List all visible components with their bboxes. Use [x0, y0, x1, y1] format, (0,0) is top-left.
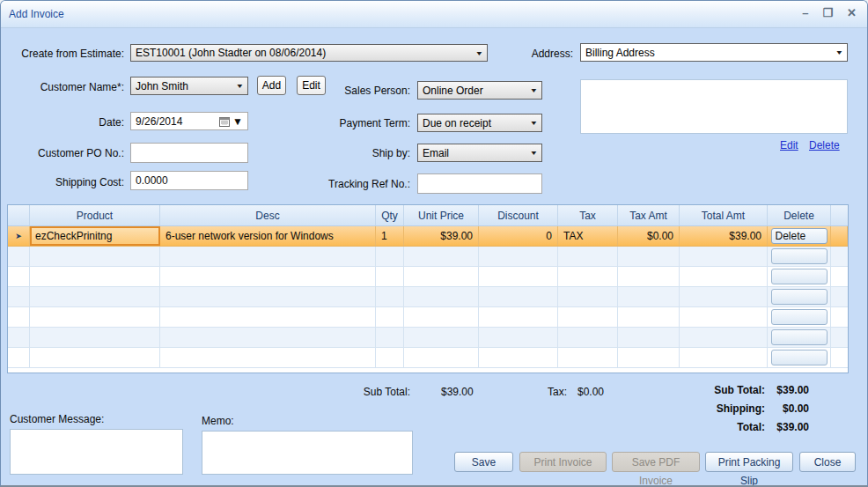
cell-discount[interactable]	[479, 247, 558, 266]
cell-tax[interactable]: TAX	[558, 226, 618, 246]
delete-row-button[interactable]: Delete	[771, 228, 828, 244]
cell-desc[interactable]	[160, 307, 376, 327]
customer-po-input[interactable]	[130, 143, 248, 163]
print-packing-slip-button[interactable]: Print Packing Slip	[705, 452, 793, 472]
cell-desc[interactable]	[160, 247, 376, 266]
cell-qty[interactable]	[376, 267, 404, 286]
cell-unit-price[interactable]	[404, 328, 479, 347]
cell-qty[interactable]	[376, 348, 404, 367]
cell-product[interactable]	[30, 328, 160, 347]
cell-unit-price[interactable]	[404, 348, 479, 367]
payment-term-dropdown[interactable]: Due on receipt ▼	[417, 114, 542, 132]
cell-total-amt[interactable]	[680, 247, 768, 266]
cell-unit-price[interactable]: $39.00	[404, 226, 479, 246]
date-picker[interactable]: 9/26/2014 ▼	[130, 112, 248, 130]
cell-product[interactable]	[30, 247, 160, 266]
shipping-cost-input[interactable]: 0.0000	[130, 171, 248, 190]
cell-discount[interactable]	[479, 328, 558, 347]
delete-row-button[interactable]	[771, 350, 828, 365]
cell-product[interactable]	[30, 267, 160, 286]
minimize-icon[interactable]: –	[802, 5, 808, 21]
ship-by-dropdown[interactable]: Email ▼	[417, 144, 542, 162]
cell-tax[interactable]	[558, 247, 618, 266]
cell-tax-amt[interactable]	[618, 307, 680, 327]
address-dropdown[interactable]: Billing Address ▼	[580, 43, 848, 62]
delete-row-button[interactable]	[771, 248, 828, 264]
cell-unit-price[interactable]	[404, 247, 479, 266]
customer-name-dropdown[interactable]: John Smith ▼	[130, 77, 248, 95]
cell-unit-price[interactable]	[404, 267, 479, 286]
cell-qty[interactable]	[376, 247, 404, 266]
cell-tax-amt[interactable]	[618, 287, 680, 306]
cell-qty[interactable]	[376, 328, 404, 347]
grid-header-tax-amt[interactable]: Tax Amt	[618, 205, 680, 225]
cell-unit-price[interactable]	[404, 287, 479, 306]
delete-row-button[interactable]	[771, 269, 828, 284]
maximize-icon[interactable]: ❒	[822, 5, 833, 21]
save-pdf-invoice-button[interactable]: Save PDF Invoice	[612, 452, 700, 472]
cell-tax-amt[interactable]	[618, 247, 680, 266]
cell-unit-price[interactable]	[404, 307, 479, 327]
memo-input[interactable]	[202, 431, 413, 475]
grid-header-delete[interactable]: Delete	[768, 205, 831, 225]
close-button[interactable]: Close	[799, 452, 856, 472]
create-from-estimate-dropdown[interactable]: EST10001 (John Stadter on 08/06/2014) ▼	[130, 44, 488, 62]
grid-header-discount[interactable]: Discount	[479, 205, 558, 225]
cell-tax[interactable]	[558, 287, 618, 306]
tracking-ref-input[interactable]	[417, 173, 542, 194]
grid-header-desc[interactable]: Desc	[160, 205, 376, 225]
delete-row-button[interactable]	[771, 289, 828, 305]
cell-tax-amt[interactable]	[618, 348, 680, 367]
cell-tax-amt[interactable]	[618, 328, 680, 347]
print-invoice-button[interactable]: Print Invoice	[519, 452, 607, 472]
cell-desc[interactable]	[160, 348, 376, 367]
title-bar[interactable]: Add Invoice – ❒ ✕	[1, 1, 867, 28]
cell-discount[interactable]: 0	[479, 226, 558, 246]
address-delete-link[interactable]: Delete	[809, 139, 840, 151]
cell-total-amt[interactable]	[680, 328, 768, 347]
cell-total-amt[interactable]	[680, 348, 768, 367]
cell-desc[interactable]	[160, 267, 376, 286]
cell-total-amt[interactable]: $39.00	[680, 226, 768, 246]
add-customer-button[interactable]: Add	[257, 76, 286, 95]
cell-qty[interactable]: 1	[376, 226, 404, 246]
cell-desc[interactable]: 6-user network version for Windows	[160, 226, 376, 246]
cell-tax[interactable]	[558, 348, 618, 367]
totals-summary: Sub Total: $39.00 Shipping: $0.00 Total:…	[615, 384, 809, 439]
save-button[interactable]: Save	[454, 452, 513, 472]
cell-tax-amt[interactable]: $0.00	[618, 226, 680, 246]
cell-qty[interactable]	[376, 287, 404, 306]
cell-tax-amt[interactable]	[618, 267, 680, 286]
cell-product[interactable]: ezCheckPrinitng	[30, 226, 160, 246]
cell-discount[interactable]	[479, 348, 558, 367]
cell-total-amt[interactable]	[680, 267, 768, 286]
delete-row-button[interactable]	[771, 329, 828, 345]
cell-desc[interactable]	[160, 328, 376, 347]
cell-tax[interactable]	[558, 307, 618, 327]
grid-header-tax[interactable]: Tax	[558, 205, 618, 225]
ship-by-value: Email	[423, 147, 449, 159]
grid-header-unit-price[interactable]: Unit Price	[404, 205, 479, 225]
cell-discount[interactable]	[479, 267, 558, 286]
cell-discount[interactable]	[479, 307, 558, 327]
address-edit-link[interactable]: Edit	[780, 139, 798, 151]
grid-row-empty	[8, 307, 848, 328]
cell-discount[interactable]	[479, 287, 558, 306]
cell-total-amt[interactable]	[680, 307, 768, 327]
grid-header-qty[interactable]: Qty	[376, 205, 404, 225]
cell-product[interactable]	[30, 307, 160, 327]
grid-header-product[interactable]: Product	[30, 205, 160, 225]
cell-tax[interactable]	[558, 267, 618, 286]
close-icon[interactable]: ✕	[847, 5, 857, 21]
cell-product[interactable]	[30, 287, 160, 306]
grid-row-selected[interactable]: ➤ ezCheckPrinitng 6-user network version…	[8, 226, 848, 247]
grid-header-total-amt[interactable]: Total Amt	[680, 205, 768, 225]
cell-desc[interactable]	[160, 287, 376, 306]
cell-total-amt[interactable]	[680, 287, 768, 306]
customer-message-input[interactable]	[10, 429, 183, 475]
cell-tax[interactable]	[558, 328, 618, 347]
cell-qty[interactable]	[376, 307, 404, 327]
cell-product[interactable]	[30, 348, 160, 367]
sales-person-dropdown[interactable]: Online Order ▼	[417, 81, 542, 100]
delete-row-button[interactable]	[771, 309, 828, 325]
